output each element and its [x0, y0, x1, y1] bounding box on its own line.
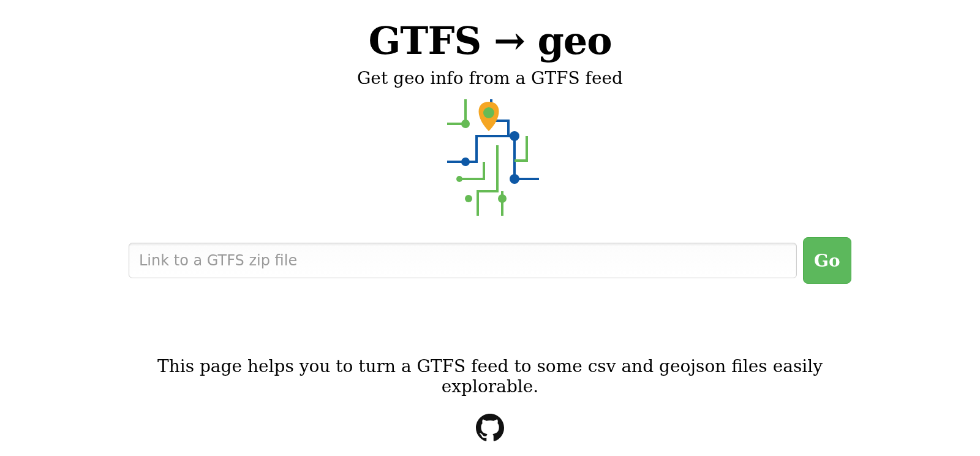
- svg-point-3: [510, 174, 519, 184]
- description-text: This page helps you to turn a GTFS feed …: [123, 356, 858, 397]
- svg-point-6: [456, 176, 462, 182]
- github-icon: [476, 433, 504, 444]
- svg-point-0: [461, 120, 470, 128]
- svg-point-2: [510, 131, 519, 141]
- svg-point-7: [483, 107, 494, 118]
- page-title: GTFS → geo: [123, 18, 858, 63]
- input-row: Go: [123, 243, 858, 284]
- go-button[interactable]: Go: [803, 237, 851, 284]
- page-container: GTFS → geo Get geo info from a GTFS feed: [123, 0, 858, 444]
- svg-point-5: [465, 195, 472, 202]
- page-subtitle: Get geo info from a GTFS feed: [123, 68, 858, 88]
- transit-map-icon: [441, 99, 539, 218]
- svg-point-4: [498, 194, 507, 203]
- logo-area: [123, 99, 858, 218]
- gtfs-url-input[interactable]: [129, 243, 797, 278]
- github-link[interactable]: [476, 414, 504, 444]
- svg-point-1: [461, 158, 470, 166]
